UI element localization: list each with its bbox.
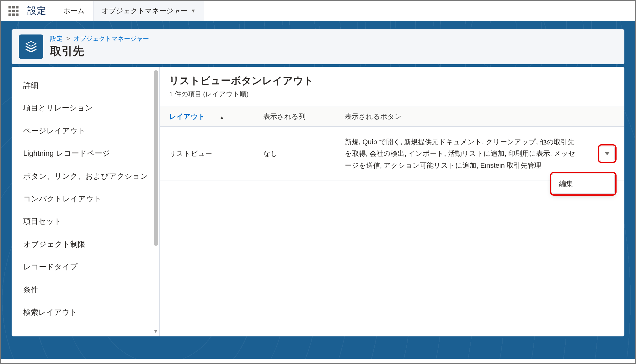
table-row: リストビュー なし 新規, Quip で開く, 新規提供元ドキュメント, クリー… — [160, 127, 624, 181]
breadcrumb-separator: > — [67, 35, 70, 42]
object-icon — [19, 34, 43, 59]
sidebar-item-label: Lightning レコードページ — [23, 149, 110, 157]
sidebar-item-fields[interactable]: 項目とリレーション — [12, 97, 159, 119]
col-header-actions — [590, 107, 624, 127]
sidebar-item-label: 詳細 — [23, 81, 38, 89]
header-band: 設定 > オブジェクトマネージャー 取引先 — [1, 21, 635, 67]
col-header-label: レイアウト — [169, 113, 205, 120]
sidebar-item-label: 検索レイアウト — [23, 308, 77, 316]
sidebar-item-buttons-links-actions[interactable]: ボタン、リンク、およびアクション — [12, 165, 159, 187]
breadcrumb-root[interactable]: 設定 — [50, 35, 63, 42]
cell-layout: リストビュー — [160, 127, 254, 181]
sidebar-item-label: レコードタイプ — [23, 262, 78, 271]
breadcrumb-current[interactable]: オブジェクトマネージャー — [74, 35, 149, 42]
col-header-label: 表示される列 — [263, 113, 306, 120]
caret-down-icon — [605, 152, 610, 155]
sidebar-item-search-layouts[interactable]: 検索レイアウト — [12, 301, 159, 324]
main-panel: リストビューボタンレイアウト 1 件の項目 (レイアウト順) レイアウト ▲ 表… — [160, 67, 624, 336]
sidebar-scroll-down-icon[interactable]: ▼ — [153, 329, 158, 334]
dropdown-item-label: 編集 — [559, 180, 573, 187]
sidebar-item-label: 項目とリレーション — [23, 103, 93, 112]
col-header-label: 表示されるボタン — [345, 113, 402, 120]
listview-layout-table: レイアウト ▲ 表示される列 表示されるボタン — [160, 107, 624, 181]
app-launcher-button[interactable] — [1, 1, 26, 21]
app-title: 設定 — [26, 1, 55, 21]
cell-displayed-buttons: 新規, Quip で開く, 新規提供元ドキュメント, クリーンアップ, 他の取引… — [335, 127, 590, 181]
section-subtitle: 1 件の項目 (レイアウト順) — [160, 88, 624, 107]
col-header-displayed-columns[interactable]: 表示される列 — [254, 107, 335, 127]
tab-home-label: ホーム — [63, 6, 85, 16]
content-area: 詳細 項目とリレーション ページレイアウト Lightning レコードページ … — [1, 67, 635, 359]
layers-icon — [24, 40, 38, 54]
chevron-down-icon: ▼ — [191, 8, 196, 14]
sidebar-item-label: オブジェクト制限 — [23, 240, 85, 248]
sidebar-item-label: コンパクトレイアウト — [23, 194, 102, 203]
sidebar-item-label: ページレイアウト — [23, 126, 86, 135]
sidebar-item-label: 条件 — [23, 285, 38, 294]
sort-asc-icon: ▲ — [220, 115, 224, 120]
page-title: 取引先 — [50, 44, 149, 59]
dropdown-item-edit[interactable]: 編集 — [552, 174, 614, 193]
sidebar-item-page-layouts[interactable]: ページレイアウト — [12, 119, 159, 142]
sidebar-scrollbar[interactable] — [154, 70, 158, 246]
cell-actions — [590, 127, 624, 181]
sidebar-item-label: ボタン、リンク、およびアクション — [23, 172, 148, 180]
row-actions-dropdown: 編集 — [552, 174, 615, 194]
sidebar-item-conditions[interactable]: 条件 — [12, 278, 159, 301]
sidebar-item-compact-layouts[interactable]: コンパクトレイアウト — [12, 187, 159, 210]
waffle-icon — [8, 6, 19, 16]
sidebar-item-label: 項目セット — [23, 217, 62, 225]
sidebar: 詳細 項目とリレーション ページレイアウト Lightning レコードページ … — [12, 67, 160, 336]
cell-displayed-columns: なし — [254, 127, 335, 181]
sidebar-item-record-types[interactable]: レコードタイプ — [12, 256, 159, 278]
sidebar-item-field-sets[interactable]: 項目セット — [12, 210, 159, 233]
col-header-layout[interactable]: レイアウト ▲ — [160, 107, 254, 127]
sidebar-item-lightning-pages[interactable]: Lightning レコードページ — [12, 142, 159, 165]
top-nav: 設定 ホーム オブジェクトマネージャー ▼ — [1, 1, 635, 21]
row-actions-button[interactable] — [600, 146, 615, 161]
sidebar-item-details[interactable]: 詳細 — [12, 74, 159, 97]
app-window: 設定 ホーム オブジェクトマネージャー ▼ 設定 > オブジェクトマネージャー … — [0, 0, 636, 364]
tab-object-manager-label: オブジェクトマネージャー — [102, 6, 188, 16]
breadcrumb: 設定 > オブジェクトマネージャー — [50, 34, 149, 43]
tab-object-manager[interactable]: オブジェクトマネージャー ▼ — [93, 1, 204, 21]
section-title: リストビューボタンレイアウト — [160, 74, 624, 88]
col-header-displayed-buttons[interactable]: 表示されるボタン — [335, 107, 590, 127]
page-header: 設定 > オブジェクトマネージャー 取引先 — [12, 29, 624, 64]
tab-home[interactable]: ホーム — [55, 1, 93, 21]
sidebar-item-object-limits[interactable]: オブジェクト制限 — [12, 233, 159, 256]
